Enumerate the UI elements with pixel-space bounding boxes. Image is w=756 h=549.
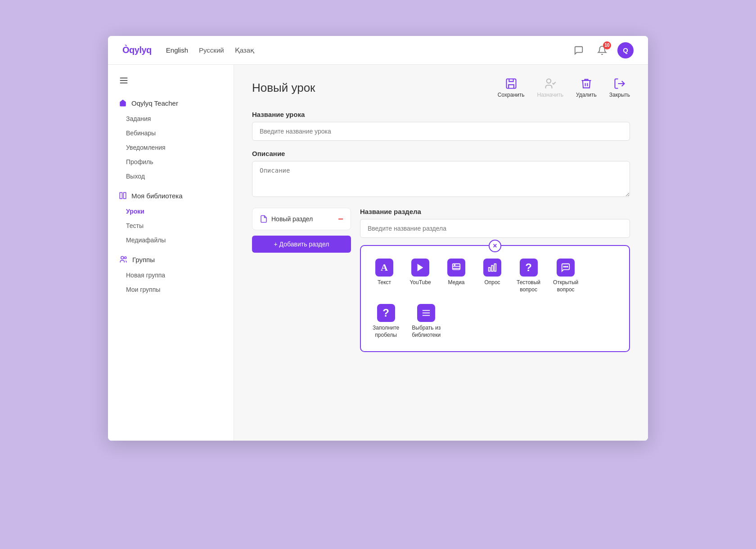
description-label: Описание (252, 150, 630, 157)
sidebar-sub-media[interactable]: Медиафайлы (108, 233, 234, 247)
sidebar-section-teacher: Oqylyq Teacher Задания Вебинары Уведомле… (108, 94, 234, 183)
sidebar-item-teacher[interactable]: Oqylyq Teacher (108, 94, 234, 112)
section-name-input[interactable] (360, 219, 630, 238)
sidebar-sub-uroki[interactable]: Уроки (108, 204, 234, 219)
sidebar-library-label: Моя библиотека (131, 192, 183, 200)
picker-fill-label: Заполните пробелы (373, 325, 399, 339)
library-pick-icon (417, 304, 435, 322)
picker-close-button[interactable]: × (489, 240, 501, 252)
delete-button[interactable]: Удалить (576, 77, 597, 98)
lesson-name-label: Название урока (252, 111, 630, 118)
svg-point-5 (121, 256, 124, 259)
sidebar-sub-vebinary[interactable]: Вебинары (108, 126, 234, 140)
main-header: Новый урок Сохранить Н (252, 77, 630, 98)
section-row: Новый раздел − + Добавить раздел Названи… (252, 208, 630, 352)
assign-label: Назначить (537, 92, 563, 98)
sidebar-teacher-label: Oqylyq Teacher (131, 99, 178, 107)
picker-text[interactable]: A Текст (368, 255, 400, 297)
picker-open-question[interactable]: Открытый вопрос (549, 255, 583, 297)
sidebar-item-groups[interactable]: Группы (108, 251, 234, 268)
picker-test-question[interactable]: ? Тестовый вопрос (512, 255, 545, 297)
section-remove-button[interactable]: − (338, 214, 343, 223)
header: Òqylyq English Русский Қазақ 10 Q (108, 36, 648, 65)
sidebar-item-library[interactable]: Моя библиотека (108, 187, 234, 204)
open-question-icon (557, 259, 575, 277)
svg-rect-16 (491, 265, 493, 271)
save-button[interactable]: Сохранить (498, 77, 525, 98)
header-right: 10 Q (571, 42, 634, 58)
svg-rect-17 (495, 264, 496, 272)
sidebar-sub-profil[interactable]: Профиль (108, 155, 234, 169)
svg-point-8 (547, 79, 551, 83)
test-question-icon: ? (520, 259, 538, 277)
nav-kazakh[interactable]: Қазақ (235, 46, 254, 54)
toolbar: Сохранить Назначить Удалить (498, 77, 630, 98)
picker-youtube-label: YouTube (410, 279, 431, 286)
svg-point-19 (565, 266, 566, 267)
svg-rect-4 (124, 192, 126, 199)
logo: Òqylyq (122, 45, 152, 55)
close-button[interactable]: Закрыть (609, 77, 630, 98)
nav-russian[interactable]: Русский (199, 46, 224, 54)
section-card: Новый раздел − (252, 208, 351, 230)
section-right: Название раздела × A Текст (360, 208, 630, 352)
sidebar: Oqylyq Teacher Задания Вебинары Уведомле… (108, 65, 234, 441)
picker-library[interactable]: Выбрать из библиотеки (407, 300, 445, 342)
svg-rect-15 (489, 268, 490, 271)
sidebar-sub-testy[interactable]: Тесты (108, 219, 234, 233)
section-card-title: Новый раздел (271, 215, 334, 223)
body: Oqylyq Teacher Задания Вебинары Уведомле… (108, 65, 648, 441)
section-left: Новый раздел − + Добавить раздел (252, 208, 351, 253)
app-window: Òqylyq English Русский Қазақ 10 Q (108, 36, 648, 441)
svg-point-14 (454, 265, 455, 266)
picker-poll[interactable]: Опрос (476, 255, 508, 297)
picker-youtube[interactable]: YouTube (404, 255, 436, 297)
lesson-name-input[interactable] (252, 122, 630, 141)
sidebar-sub-zadaniya[interactable]: Задания (108, 112, 234, 126)
fill-gaps-icon: ? (377, 304, 395, 322)
chat-button[interactable] (571, 42, 587, 58)
sidebar-sub-new-group[interactable]: Новая группа (108, 268, 234, 282)
picker-open-label: Открытый вопрос (553, 279, 578, 293)
sidebar-sub-my-groups[interactable]: Мои группы (108, 282, 234, 297)
svg-point-6 (124, 257, 126, 259)
page-title: Новый урок (252, 81, 498, 95)
sidebar-section-groups: Группы Новая группа Мои группы (108, 251, 234, 297)
hamburger-icon[interactable] (108, 72, 234, 94)
main-content: Новый урок Сохранить Н (234, 65, 648, 441)
description-group: Описание (252, 150, 630, 199)
sidebar-groups-label: Группы (132, 256, 155, 263)
nav-links: English Русский Қазақ (166, 46, 254, 54)
content-picker: × A Текст (360, 245, 630, 352)
picker-text-label: Текст (378, 279, 391, 286)
sidebar-sub-vyhod[interactable]: Выход (108, 169, 234, 183)
avatar-button[interactable]: Q (617, 42, 634, 58)
media-icon (447, 259, 465, 277)
delete-label: Удалить (576, 92, 597, 98)
add-section-button[interactable]: + Добавить раздел (252, 236, 351, 253)
assign-button[interactable]: Назначить (537, 77, 563, 98)
youtube-icon (411, 259, 429, 277)
section-name-label: Название раздела (360, 208, 630, 215)
close-label: Закрыть (609, 92, 630, 98)
description-input[interactable] (252, 161, 630, 197)
picker-media[interactable]: Медиа (440, 255, 472, 297)
svg-marker-10 (418, 264, 423, 272)
notification-button[interactable]: 10 (594, 42, 610, 58)
sidebar-sub-uvedomleniya[interactable]: Уведомления (108, 140, 234, 155)
picker-test-label: Тестовый вопрос (517, 279, 540, 293)
sidebar-section-library: Моя библиотека Уроки Тесты Медиафайлы (108, 187, 234, 247)
nav-english[interactable]: English (166, 46, 188, 54)
text-icon: A (375, 259, 393, 277)
picker-items: A Текст YouTube (368, 255, 622, 342)
svg-point-18 (564, 266, 565, 267)
picker-fill-gaps[interactable]: ? Заполните пробелы (368, 300, 404, 342)
picker-library-label: Выбрать из библиотеки (412, 325, 441, 339)
picker-poll-label: Опрос (484, 279, 500, 286)
svg-rect-3 (120, 192, 122, 199)
section-card-header: Новый раздел − (260, 214, 343, 223)
svg-rect-7 (506, 79, 516, 89)
lesson-name-group: Название урока (252, 111, 630, 141)
poll-icon (483, 259, 501, 277)
picker-media-label: Медиа (448, 279, 465, 286)
